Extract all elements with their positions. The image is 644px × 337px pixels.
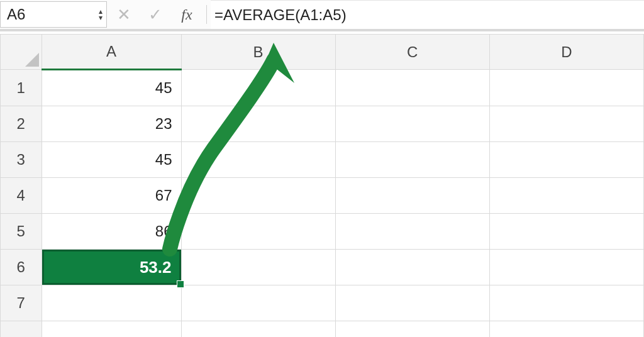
cell-D3[interactable] [489,142,643,178]
row-header-2[interactable]: 2 [1,106,42,142]
formula-input[interactable]: =AVERAGE(A1:A5) [211,0,644,29]
row-header-6[interactable]: 6 [1,250,42,285]
column-header-D[interactable]: D [489,35,643,70]
column-header-B[interactable]: B [181,35,335,70]
cell-C4[interactable] [335,178,489,214]
row-header-3[interactable]: 3 [1,142,42,178]
selection-highlight: 53.2 [42,250,181,285]
enter-formula-button[interactable]: ✓ [140,0,171,29]
cell-C6[interactable] [335,250,489,285]
column-header-A[interactable]: A [42,35,181,70]
cell-D4[interactable] [489,178,643,214]
formula-bar: A6 ▴ ▾ ✕ ✓ fx =AVERAGE(A1:A5) [0,0,644,31]
cell-D2[interactable] [489,106,643,142]
cell-A7[interactable] [42,285,181,321]
cell-B6[interactable] [181,250,335,285]
cell-C3[interactable] [335,142,489,178]
row-header-blank[interactable] [1,321,42,338]
row-header-7[interactable]: 7 [1,285,42,321]
cell-A1[interactable]: 45 [42,70,181,106]
cell-A3[interactable]: 45 [42,142,181,178]
fx-icon: fx [181,6,192,23]
cell-D7[interactable] [489,285,643,321]
cell-blank[interactable] [42,321,181,338]
row-header-4[interactable]: 4 [1,178,42,214]
name-box-spinner[interactable]: ▴ ▾ [99,8,103,21]
fill-handle[interactable] [177,280,184,288]
grid-table: A B C D 1 45 2 23 3 45 [0,34,644,337]
insert-function-button[interactable]: fx [171,0,203,29]
cell-C7[interactable] [335,285,489,321]
cell-D1[interactable] [489,70,643,106]
close-icon: ✕ [117,5,131,25]
row-header-1[interactable]: 1 [1,70,42,106]
chevron-down-icon[interactable]: ▾ [99,14,103,21]
row-header-5[interactable]: 5 [1,214,42,250]
cancel-formula-button[interactable]: ✕ [108,0,140,29]
select-all-corner[interactable] [1,35,42,70]
name-box-value: A6 [7,6,25,23]
spreadsheet-grid[interactable]: A B C D 1 45 2 23 3 45 [0,34,644,337]
cell-A2[interactable]: 23 [42,106,181,142]
cell-C2[interactable] [335,106,489,142]
cell-blank[interactable] [489,321,643,338]
cell-B5[interactable] [181,214,335,250]
cell-blank[interactable] [181,321,335,338]
cell-A5[interactable]: 86 [42,214,181,250]
separator [206,5,207,24]
cell-B7[interactable] [181,285,335,321]
cell-A6[interactable]: 53.2 [42,250,181,285]
cell-B2[interactable] [181,106,335,142]
cell-B4[interactable] [181,178,335,214]
cell-B1[interactable] [181,70,335,106]
formula-text: =AVERAGE(A1:A5) [214,6,347,24]
cell-blank[interactable] [335,321,489,338]
name-box[interactable]: A6 ▴ ▾ [0,1,107,28]
column-header-C[interactable]: C [335,35,489,70]
excel-window: { "namebox": { "value": "A6" }, "formula… [0,0,644,337]
cell-D6[interactable] [489,250,643,285]
cell-A6-value: 53.2 [140,258,172,277]
check-icon: ✓ [148,5,162,25]
cell-C1[interactable] [335,70,489,106]
cell-C5[interactable] [335,214,489,250]
cell-B3[interactable] [181,142,335,178]
cell-D5[interactable] [489,214,643,250]
cell-A4[interactable]: 67 [42,178,181,214]
